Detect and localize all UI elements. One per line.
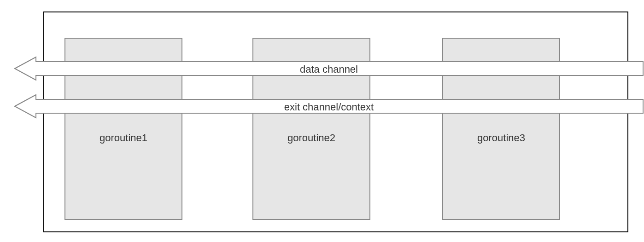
- goroutine-label-1: goroutine1: [100, 132, 147, 144]
- goroutine-label-3: goroutine3: [477, 132, 525, 144]
- exit-channel-label: exit channel/context: [15, 101, 643, 113]
- goroutine-label-2: goroutine2: [287, 132, 335, 144]
- data-channel-label: data channel: [15, 63, 643, 75]
